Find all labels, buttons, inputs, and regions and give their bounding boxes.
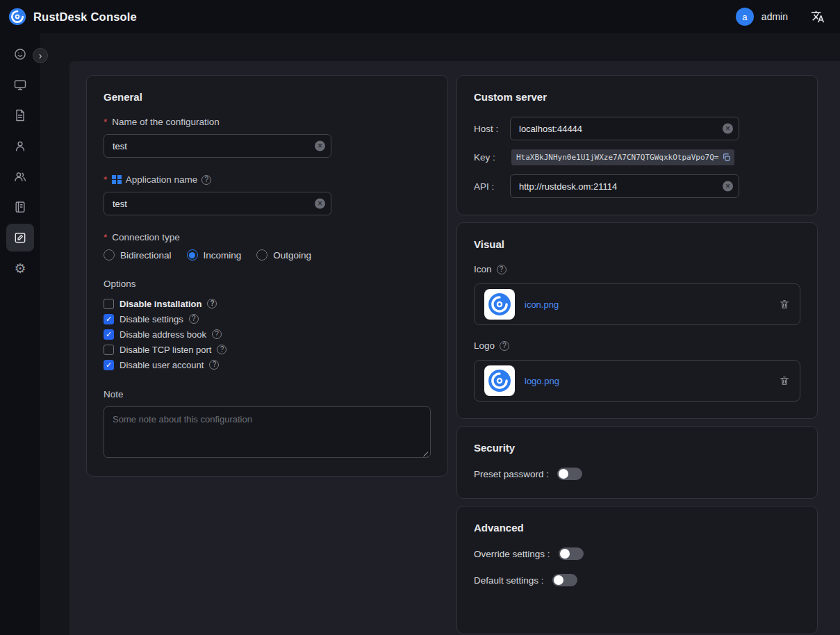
copy-icon[interactable] [722, 153, 731, 162]
sidebar-item-groups[interactable] [6, 163, 34, 190]
avatar[interactable]: a [736, 8, 754, 26]
toggle-knob [554, 575, 563, 585]
custom-server-title: Custom server [474, 91, 800, 103]
clear-icon[interactable] [723, 124, 733, 134]
edit-icon [13, 231, 27, 245]
help-icon[interactable] [217, 345, 227, 354]
sidebar-item-users[interactable] [6, 132, 34, 160]
custom-server-card: Custom server Host : Key : HtaXBkJNHyn0e… [456, 75, 818, 215]
connection-type-group: Bidirectional Incoming Outgoing [104, 249, 431, 261]
preset-password-toggle[interactable] [557, 468, 582, 480]
checkbox-disable-settings[interactable]: Disable settings [104, 311, 431, 327]
sidebar-item-configurations[interactable] [6, 224, 34, 251]
sidebar-item-logs[interactable] [6, 193, 34, 221]
trash-icon[interactable] [779, 375, 790, 386]
content-panel: General * Name of the configuration * Ap… [69, 61, 840, 635]
override-settings-label: Override settings : [474, 549, 550, 559]
sidebar-item-settings[interactable]: ⚙ [6, 254, 34, 282]
checkbox-disable-tcp-listen-port[interactable]: Disable TCP listen port [104, 342, 431, 357]
server-key-value: HtaXBkJNHyn0e1U1jWXze7A7CN7QTGWqxkOtpaVp… [516, 153, 718, 162]
help-icon[interactable] [209, 360, 219, 370]
help-icon[interactable] [201, 175, 211, 185]
document-icon [13, 108, 27, 122]
trash-icon[interactable] [779, 299, 790, 310]
default-settings-toggle[interactable] [552, 574, 577, 586]
logbook-icon [13, 200, 27, 214]
checkbox-disable-user-account[interactable]: Disable user account [104, 357, 431, 372]
radio-icon [256, 249, 267, 261]
rustdesk-logo-icon [8, 8, 26, 26]
options-label: Options [104, 279, 431, 289]
server-key-chip: HtaXBkJNHyn0e1U1jWXze7A7CN7QTGWqxkOtpaVp… [511, 149, 734, 165]
clear-icon[interactable] [315, 199, 325, 209]
default-settings-label: Default settings : [474, 575, 544, 586]
help-icon[interactable] [500, 341, 509, 351]
advanced-card: Advanced Override settings : Default set… [456, 506, 818, 634]
user-icon [13, 139, 27, 153]
icon-file-link[interactable]: icon.png [525, 299, 559, 310]
checkbox-icon [104, 360, 114, 370]
icon-label: Icon [474, 264, 800, 274]
security-card: Security Preset password : [456, 426, 818, 499]
advanced-title: Advanced [474, 522, 800, 534]
note-label: Note [104, 389, 431, 399]
api-input[interactable] [510, 174, 739, 198]
users-icon [13, 170, 27, 183]
monitor-icon [13, 78, 27, 92]
logo-file-link[interactable]: logo.png [525, 376, 559, 386]
host-label: Host : [474, 124, 510, 134]
required-mark: * [104, 174, 107, 185]
clear-icon[interactable] [315, 141, 325, 151]
visual-title: Visual [474, 238, 800, 250]
checkbox-icon [104, 314, 114, 324]
options-group: Disable installation Disable settings Di… [104, 296, 431, 372]
icon-file-box: icon.png [474, 283, 800, 325]
api-label: API : [474, 181, 510, 192]
radio-icon [187, 249, 198, 261]
toggle-knob [559, 469, 568, 479]
sidebar-expand-button[interactable]: › [33, 48, 48, 63]
smiley-icon [13, 47, 27, 61]
clear-icon[interactable] [723, 181, 733, 192]
gear-icon: ⚙ [14, 262, 26, 275]
logo-file-box: logo.png [474, 360, 800, 402]
key-label: Key : [474, 152, 510, 163]
toggle-knob [560, 549, 570, 559]
radio-outgoing[interactable]: Outgoing [256, 249, 311, 261]
sidebar-item-documents[interactable] [6, 101, 34, 129]
required-mark: * [104, 117, 107, 127]
help-icon[interactable] [207, 299, 217, 308]
checkbox-disable-installation[interactable]: Disable installation [104, 296, 431, 311]
security-title: Security [474, 442, 800, 454]
help-icon[interactable] [189, 314, 199, 324]
application-name-label: * Application name [104, 174, 431, 185]
note-textarea[interactable] [104, 406, 431, 458]
logo-preview [484, 365, 515, 396]
required-mark: * [104, 232, 107, 242]
general-title: General [104, 91, 431, 103]
radio-bidirectional[interactable]: Bidirectional [104, 249, 172, 261]
checkbox-disable-address-book[interactable]: Disable address book [104, 327, 431, 342]
checkbox-icon [104, 329, 114, 340]
general-card: General * Name of the configuration * Ap… [86, 75, 448, 477]
radio-icon [104, 249, 115, 261]
connection-type-label: * Connection type [104, 232, 431, 242]
help-icon[interactable] [497, 265, 507, 274]
checkbox-icon [104, 345, 114, 355]
override-settings-toggle[interactable] [559, 547, 584, 560]
help-icon[interactable] [212, 329, 222, 339]
sidebar-item-status[interactable] [6, 40, 34, 68]
config-name-input[interactable] [104, 134, 331, 158]
topbar: RustDesk Console a admin [0, 0, 840, 33]
sidebar-item-devices[interactable] [6, 71, 34, 99]
host-input[interactable] [510, 117, 739, 140]
logo-label: Logo [474, 340, 800, 351]
language-icon[interactable] [811, 10, 825, 24]
username[interactable]: admin [761, 11, 788, 22]
application-name-input[interactable] [104, 192, 331, 215]
icon-preview [484, 289, 515, 320]
radio-incoming[interactable]: Incoming [187, 249, 242, 261]
sidebar: ⚙ [0, 33, 40, 635]
windows-icon [112, 175, 122, 185]
preset-password-label: Preset password : [474, 469, 549, 479]
